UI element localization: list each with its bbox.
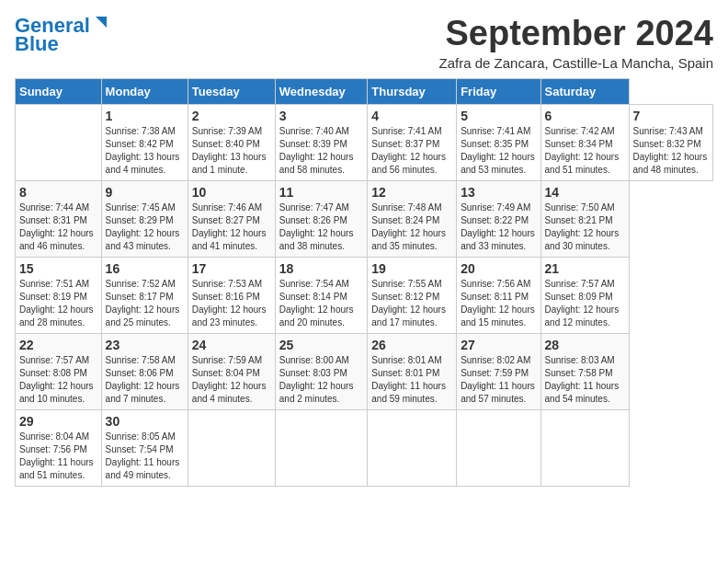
day-cell-27: 27Sunrise: 8:02 AMSunset: 7:59 PMDayligh… <box>457 333 540 409</box>
day-cell-28: 28Sunrise: 8:03 AMSunset: 7:58 PMDayligh… <box>540 333 629 409</box>
day-cell-3: 3Sunrise: 7:40 AMSunset: 8:39 PMDaylight… <box>275 104 368 180</box>
day-cell-empty <box>540 409 629 486</box>
location-title: Zafra de Zancara, Castille-La Mancha, Sp… <box>439 55 713 71</box>
day-cell-5: 5Sunrise: 7:41 AMSunset: 8:35 PMDaylight… <box>457 104 540 180</box>
day-cell-14: 14Sunrise: 7:50 AMSunset: 8:21 PMDayligh… <box>540 180 629 257</box>
day-cell-empty <box>368 409 457 486</box>
day-cell-16: 16Sunrise: 7:52 AMSunset: 8:17 PMDayligh… <box>101 257 188 333</box>
day-cell-9: 9Sunrise: 7:45 AMSunset: 8:29 PMDaylight… <box>101 180 188 257</box>
col-sunday: Sunday <box>16 78 102 104</box>
day-cell-7: 7Sunrise: 7:43 AMSunset: 8:32 PMDaylight… <box>629 104 712 180</box>
day-cell-empty <box>188 409 275 486</box>
empty-cell <box>16 104 102 180</box>
day-cell-11: 11Sunrise: 7:47 AMSunset: 8:26 PMDayligh… <box>275 180 368 257</box>
day-cell-17: 17Sunrise: 7:53 AMSunset: 8:16 PMDayligh… <box>188 257 275 333</box>
col-monday: Monday <box>101 78 188 104</box>
day-cell-19: 19Sunrise: 7:55 AMSunset: 8:12 PMDayligh… <box>368 257 457 333</box>
day-cell-25: 25Sunrise: 8:00 AMSunset: 8:03 PMDayligh… <box>275 333 368 409</box>
day-cell-30: 30Sunrise: 8:05 AMSunset: 7:54 PMDayligh… <box>101 409 188 486</box>
day-cell-22: 22Sunrise: 7:57 AMSunset: 8:08 PMDayligh… <box>16 333 102 409</box>
month-title: September 2024 <box>439 15 713 53</box>
day-cell-21: 21Sunrise: 7:57 AMSunset: 8:09 PMDayligh… <box>540 257 629 333</box>
calendar-table: Sunday Monday Tuesday Wednesday Thursday… <box>15 78 713 487</box>
week-row-2: 8Sunrise: 7:44 AMSunset: 8:31 PMDaylight… <box>16 180 713 257</box>
day-cell-15: 15Sunrise: 7:51 AMSunset: 8:19 PMDayligh… <box>16 257 102 333</box>
day-cell-empty <box>457 409 540 486</box>
day-cell-26: 26Sunrise: 8:01 AMSunset: 8:01 PMDayligh… <box>368 333 457 409</box>
week-row-4: 22Sunrise: 7:57 AMSunset: 8:08 PMDayligh… <box>16 333 713 409</box>
page-header: General Blue September 2024 Zafra de Zan… <box>15 15 713 71</box>
col-saturday: Saturday <box>540 78 629 104</box>
day-cell-23: 23Sunrise: 7:58 AMSunset: 8:06 PMDayligh… <box>101 333 188 409</box>
day-cell-1: 1Sunrise: 7:38 AMSunset: 8:42 PMDaylight… <box>101 104 188 180</box>
week-row-3: 15Sunrise: 7:51 AMSunset: 8:19 PMDayligh… <box>16 257 713 333</box>
logo: General Blue <box>15 15 108 55</box>
col-thursday: Thursday <box>368 78 457 104</box>
day-cell-4: 4Sunrise: 7:41 AMSunset: 8:37 PMDaylight… <box>368 104 457 180</box>
title-section: September 2024 Zafra de Zancara, Castill… <box>439 15 713 71</box>
svg-marker-0 <box>96 17 107 28</box>
logo-text2: Blue <box>15 33 59 55</box>
week-row-1: 1Sunrise: 7:38 AMSunset: 8:42 PMDaylight… <box>16 104 713 180</box>
day-cell-29: 29Sunrise: 8:04 AMSunset: 7:56 PMDayligh… <box>16 409 102 486</box>
day-cell-13: 13Sunrise: 7:49 AMSunset: 8:22 PMDayligh… <box>457 180 540 257</box>
day-cell-8: 8Sunrise: 7:44 AMSunset: 8:31 PMDaylight… <box>16 180 102 257</box>
day-cell-2: 2Sunrise: 7:39 AMSunset: 8:40 PMDaylight… <box>188 104 275 180</box>
col-tuesday: Tuesday <box>188 78 275 104</box>
col-friday: Friday <box>457 78 540 104</box>
col-wednesday: Wednesday <box>275 78 368 104</box>
day-cell-12: 12Sunrise: 7:48 AMSunset: 8:24 PMDayligh… <box>368 180 457 257</box>
logo-icon <box>92 15 108 31</box>
day-cell-6: 6Sunrise: 7:42 AMSunset: 8:34 PMDaylight… <box>540 104 629 180</box>
week-row-5: 29Sunrise: 8:04 AMSunset: 7:56 PMDayligh… <box>16 409 713 486</box>
header-row: Sunday Monday Tuesday Wednesday Thursday… <box>16 78 713 104</box>
day-cell-10: 10Sunrise: 7:46 AMSunset: 8:27 PMDayligh… <box>188 180 275 257</box>
day-cell-20: 20Sunrise: 7:56 AMSunset: 8:11 PMDayligh… <box>457 257 540 333</box>
day-cell-empty <box>275 409 368 486</box>
day-cell-24: 24Sunrise: 7:59 AMSunset: 8:04 PMDayligh… <box>188 333 275 409</box>
day-cell-18: 18Sunrise: 7:54 AMSunset: 8:14 PMDayligh… <box>275 257 368 333</box>
